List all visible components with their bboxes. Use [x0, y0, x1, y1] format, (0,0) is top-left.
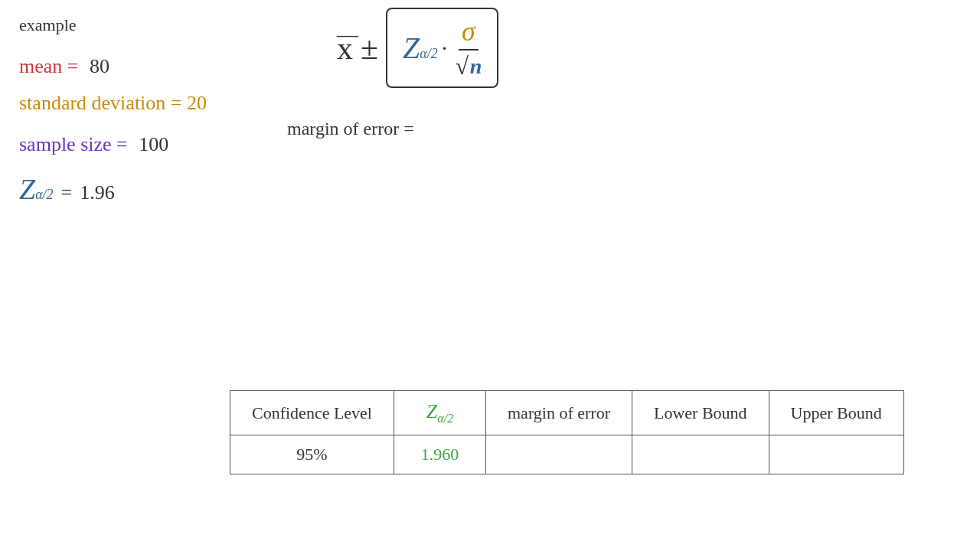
header-upper: Upper Bound	[769, 391, 903, 435]
z-big-symbol: Z	[19, 172, 35, 206]
example-label: example	[19, 15, 77, 35]
sample-line: sample size = 100	[19, 133, 168, 156]
x-bar-symbol: x	[337, 30, 353, 67]
formula-area: x ± Zα/2 · σ √n	[337, 8, 498, 88]
confidence-table: Confidence Level Zα/2 margin of error Lo…	[230, 390, 904, 474]
cell-lower	[632, 435, 769, 474]
margin-of-error-label: margin of error =	[287, 119, 414, 139]
mean-label: mean =	[19, 55, 83, 77]
sigma-fraction: σ √n	[455, 15, 482, 80]
header-z-sub: α/2	[437, 412, 453, 425]
z-sub-symbol: α/2	[35, 187, 53, 203]
table-header-row: Confidence Level Zα/2 margin of error Lo…	[230, 391, 904, 435]
sample-value: 100	[139, 133, 168, 155]
n-symbol: n	[470, 54, 482, 79]
header-z: Zα/2	[394, 391, 486, 435]
header-margin: margin of error	[486, 391, 632, 435]
header-lower: Lower Bound	[632, 391, 769, 435]
multiplication-dot: ·	[442, 35, 448, 61]
header-z-big: Z	[426, 400, 437, 422]
cell-upper	[769, 435, 903, 474]
z-line: Zα/2 = 1.96	[19, 172, 115, 206]
sigma-symbol: σ	[459, 15, 479, 51]
mean-line: mean = 80	[19, 55, 109, 78]
z-formula-symbol: Zα/2	[403, 30, 438, 66]
formula-box: Zα/2 · σ √n	[386, 8, 498, 88]
cell-z-value: 1.960	[394, 435, 486, 474]
sqrt-symbol: √	[455, 52, 469, 80]
cell-confidence: 95%	[230, 435, 394, 474]
plus-minus-symbol: ±	[361, 30, 378, 67]
stats-table-container: Confidence Level Zα/2 margin of error Lo…	[230, 390, 904, 474]
z-formula-big: Z	[403, 30, 420, 66]
z-value: 1.96	[80, 181, 115, 204]
std-line: standard deviation = 20	[19, 92, 207, 115]
table-row: 95% 1.960	[230, 435, 904, 474]
mean-value: 80	[90, 55, 109, 77]
cell-margin	[486, 435, 632, 474]
sample-label: sample size =	[19, 133, 132, 155]
sqrt-n-symbol: √n	[455, 51, 482, 80]
z-formula-sub: α/2	[420, 46, 437, 62]
header-confidence: Confidence Level	[230, 391, 394, 435]
z-equals: =	[61, 181, 73, 204]
